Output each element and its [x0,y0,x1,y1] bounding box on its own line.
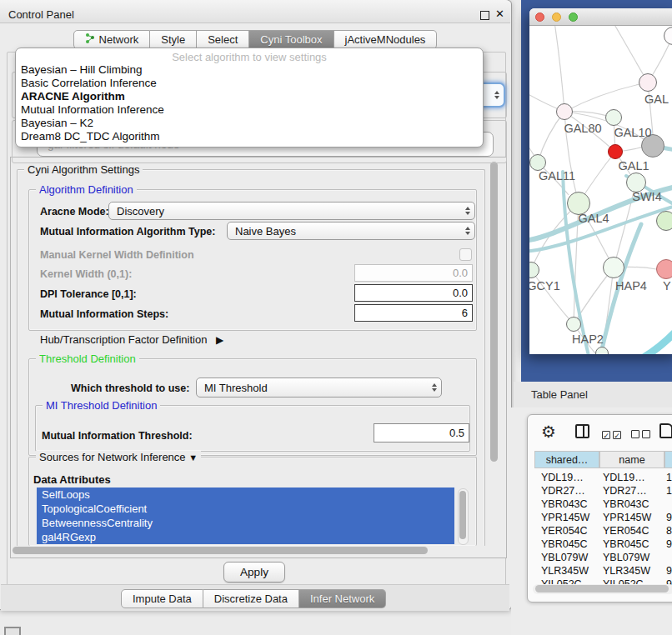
mi-threshold-field[interactable]: 0.5 [374,423,469,442]
settings-horizontal-scrollbar[interactable] [11,546,488,556]
table-cell[interactable]: YER054C [541,525,588,537]
export-table-icon[interactable] [659,423,672,438]
table-cell[interactable]: YDL19… [603,472,645,483]
cyan-edge [628,318,672,354]
mac-zoom-icon[interactable] [569,12,578,22]
data-attributes-list[interactable]: SelfLoops TopologicalCoefficient Between… [37,488,454,544]
dropdown-item[interactable]: Mutual Information Inference [16,103,483,117]
network-node[interactable] [595,347,609,354]
mi-steps-field[interactable]: 6 [354,304,473,322]
dropdown-placeholder: Select algorithm to view settings [16,51,483,63]
table-cell[interactable]: YBR043C [603,498,649,510]
table-cell[interactable]: 9. [666,565,672,577]
dropdown-item[interactable]: Bayesian – Hill Climbing [16,63,483,77]
checked-box-icon: ✓ [602,431,610,439]
dpi-tolerance-field[interactable]: 0.0 [354,284,473,302]
table-cell[interactable]: YBR043C [541,498,588,510]
tab-cyni-toolbox[interactable]: Cyni Toolbox [249,30,333,49]
tab-style[interactable]: Style [150,30,197,49]
mi-type-combo[interactable]: Naive Bayes [227,222,475,240]
table-cell[interactable]: 9. [666,538,672,550]
dropdown-item[interactable]: Basic Correlation Inference [16,77,483,90]
table-cell[interactable]: YPR145W [541,512,589,523]
list-scrollbar-thumb[interactable] [459,491,466,539]
dropdown-item-selected[interactable]: ARACNE Algorithm [16,90,483,103]
settings-vertical-scrollbar[interactable] [489,159,499,545]
which-threshold-combo[interactable]: MI Threshold [196,378,442,398]
close-icon[interactable]: ✕ [495,8,504,20]
table-cell[interactable]: YBL079W [603,552,649,563]
control-panel-titlebar[interactable] [0,0,510,23]
table-cell[interactable]: YBL079W [541,552,588,563]
partial-corner-icon[interactable] [4,627,21,635]
network-node-gal[interactable] [639,73,657,92]
column-header-name[interactable]: name [599,451,664,468]
node-label-hap4: HAP4 [606,279,656,292]
list-item[interactable]: SelfLoops [37,488,454,502]
dpi-tolerance-label: DPI Tolerance [0,1]: [40,288,137,300]
table-cell[interactable]: YER054C [603,525,649,537]
mac-minimize-icon[interactable] [552,12,561,22]
dropdown-item[interactable]: Dream8 DC_TDC Algorithm [16,130,483,143]
table-cell[interactable]: YDR27… [603,485,647,497]
tab-style-label: Style [161,31,185,48]
gear-icon[interactable]: ⚙ [541,422,556,442]
tab-infer-network[interactable]: Infer Network [299,589,386,608]
table-window: ⚙ ✓✓ shared… name YDL19… YDL19… 13 YDR27… [527,414,672,602]
network-window-titlebar[interactable] [529,8,672,26]
aracne-mode-combo[interactable]: Discovery [108,202,475,220]
table-horizontal-scrollbar[interactable] [533,584,672,594]
list-scrollbar[interactable] [458,488,469,545]
network-node-gal80[interactable] [556,103,573,120]
node-label-gal-cut: GAL [644,92,672,106]
settings-horizontal-scrollbar-thumb[interactable] [13,547,428,554]
tab-select-label: Select [208,31,238,48]
tab-impute-data[interactable]: Impute Data [121,589,203,608]
table-cell[interactable]: 8. [666,525,672,537]
table-cell[interactable]: YDR27… [541,485,585,497]
apply-button[interactable]: Apply [223,562,285,582]
float-window-icon[interactable] [480,11,489,20]
column-header-cut[interactable] [664,451,672,468]
list-item[interactable]: BetweennessCentrality [37,516,454,530]
dropdown-item[interactable]: Bayesian – K2 [16,117,483,130]
split-columns-icon[interactable] [575,424,589,438]
hub-definition-expander[interactable]: Hub/Transcription Factor Definition ▶ [40,333,223,346]
table-cell[interactable]: 12 [666,485,672,497]
node-label-swi4: SWI4 [622,190,672,203]
table-cell[interactable]: YDL19… [541,472,584,483]
expand-down-icon[interactable]: ▼ [188,452,198,462]
tab-select[interactable]: Select [197,30,249,49]
settings-vertical-scrollbar-thumb[interactable] [490,162,498,462]
tab-network[interactable]: Network [73,30,151,49]
table-cell[interactable]: YPR145W [603,512,651,523]
table-cell[interactable]: YBR045C [541,538,588,550]
network-canvas[interactable]: GAL80 GAL10 GAL1 GAL11 SWI4 GAL4 GCY1 HA… [529,26,672,354]
table-horizontal-scrollbar-thumb[interactable] [535,585,669,592]
deselect-all-icon[interactable] [631,427,650,442]
network-node-salmon[interactable] [656,259,672,279]
table-cell[interactable]: 13 [666,472,672,483]
network-node-gal1[interactable] [608,144,623,159]
table-cell[interactable]: YBR045C [603,538,649,550]
network-node-gal11[interactable] [529,154,546,171]
node-label-gal80: GAL80 [558,122,608,135]
network-node[interactable] [656,211,672,231]
table-cell[interactable]: YLR345W [603,565,650,577]
network-node-hap2[interactable] [566,317,581,332]
network-node[interactable] [605,109,622,126]
table-cell[interactable]: YLR345W [541,565,589,577]
mac-close-icon[interactable] [535,12,544,22]
tab-jactivemnodules[interactable]: jActiveMNodules [334,30,438,49]
list-item[interactable]: gal4RGexp [37,530,454,544]
node-label-y-cut: Y [663,279,672,292]
network-node-hap4[interactable] [603,257,624,278]
column-header-shared-name[interactable]: shared… [534,451,599,468]
table-panel-title: Table Panel [531,388,588,401]
kernel-width-field[interactable]: 0.0 [354,264,473,282]
table-cell[interactable]: 9. [666,512,672,523]
manual-kernel-checkbox[interactable] [459,248,472,261]
tab-discretize-data[interactable]: Discretize Data [203,589,299,608]
list-item[interactable]: TopologicalCoefficient [37,502,454,516]
select-all-icon[interactable]: ✓✓ [602,427,621,442]
